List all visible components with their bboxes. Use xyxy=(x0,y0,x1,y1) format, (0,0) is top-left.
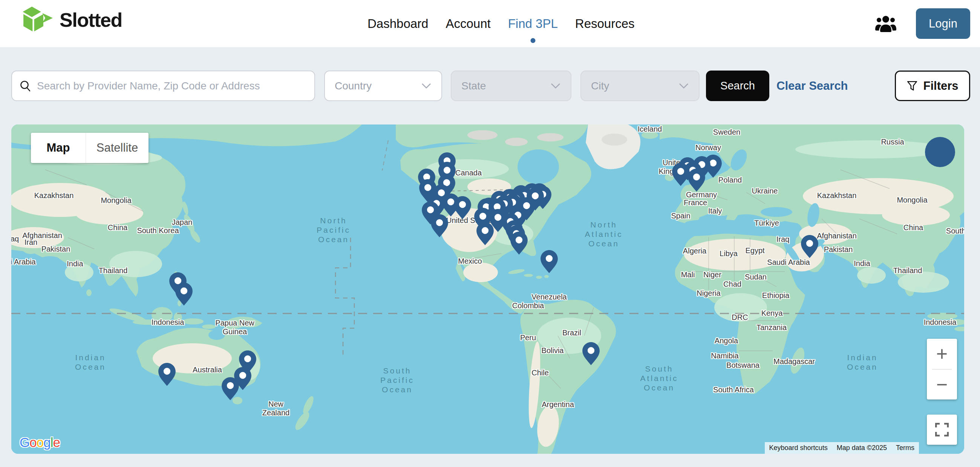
map-type-control: Map Satellite xyxy=(31,133,148,163)
map-attribution: Keyboard shortcuts Map data ©2025 Terms xyxy=(765,442,919,454)
chevron-down-icon xyxy=(421,83,431,89)
nav-find-3pl[interactable]: Find 3PL xyxy=(508,17,558,31)
map-pin[interactable] xyxy=(476,222,494,245)
map-pin[interactable] xyxy=(582,342,600,365)
map-pin[interactable] xyxy=(511,232,528,255)
google-logo-letter: o xyxy=(29,435,36,449)
map-pin[interactable] xyxy=(672,163,689,186)
city-select-value: City xyxy=(591,80,609,92)
filter-funnel-icon xyxy=(907,80,918,92)
google-logo-letter: g xyxy=(43,435,50,449)
map-pin[interactable] xyxy=(541,250,558,273)
brand-logo-icon xyxy=(19,4,53,36)
keyboard-shortcuts-link[interactable]: Keyboard shortcuts xyxy=(765,442,832,454)
terms-link[interactable]: Terms xyxy=(891,442,919,454)
brand[interactable]: Slotted xyxy=(19,4,122,36)
google-logo[interactable]: Google xyxy=(20,435,60,450)
state-select[interactable]: State xyxy=(451,70,571,101)
chevron-down-icon xyxy=(678,83,689,89)
world-map-graphic xyxy=(11,124,964,454)
map-data-label: Map data ©2025 xyxy=(832,442,891,454)
satellite-view-button[interactable]: Satellite xyxy=(86,133,148,163)
map-view-button[interactable]: Map xyxy=(31,133,86,163)
zoom-out-button[interactable]: − xyxy=(927,370,957,400)
search-box xyxy=(11,70,315,101)
map-pin[interactable] xyxy=(688,169,705,191)
map-pin[interactable] xyxy=(431,214,448,237)
map-pin[interactable] xyxy=(222,377,239,400)
map-pin[interactable] xyxy=(175,282,192,306)
nav-find-3pl-label: Find 3PL xyxy=(508,17,558,30)
search-row: Country State City Search Clear Search F… xyxy=(0,70,980,101)
login-button[interactable]: Login xyxy=(916,8,970,39)
fullscreen-icon xyxy=(935,423,949,437)
fullscreen-button[interactable] xyxy=(927,414,957,445)
nav-account[interactable]: Account xyxy=(445,17,490,31)
people-icon[interactable] xyxy=(875,14,896,33)
brand-name: Slotted xyxy=(60,9,122,31)
search-icon xyxy=(20,80,32,92)
clear-search-link[interactable]: Clear Search xyxy=(776,70,848,101)
map-pin[interactable] xyxy=(158,363,176,386)
country-select[interactable]: Country xyxy=(324,70,442,101)
search-input[interactable] xyxy=(37,80,307,92)
map-pin[interactable] xyxy=(801,235,818,258)
header: Slotted Dashboard Account Find 3PL Resou… xyxy=(0,0,980,47)
filters-button-label: Filters xyxy=(923,79,958,93)
nav-dashboard[interactable]: Dashboard xyxy=(368,17,428,31)
cluster-marker[interactable] xyxy=(925,137,955,167)
active-tab-dot-icon xyxy=(530,38,535,43)
google-logo-letter: G xyxy=(20,435,29,449)
google-logo-letter: e xyxy=(53,435,60,449)
main-nav: Dashboard Account Find 3PL Resources xyxy=(368,0,635,47)
nav-resources[interactable]: Resources xyxy=(575,17,635,31)
map-pin[interactable] xyxy=(454,196,471,219)
search-button[interactable]: Search xyxy=(706,70,769,101)
filters-button[interactable]: Filters xyxy=(895,70,970,101)
zoom-in-button[interactable]: + xyxy=(927,339,957,369)
chevron-down-icon xyxy=(550,83,561,89)
city-select[interactable]: City xyxy=(581,70,700,101)
country-select-value: Country xyxy=(335,80,372,92)
google-logo-letter: o xyxy=(37,435,43,449)
map-canvas[interactable]: IcelandSwedenNorwayRussiaUnited KingdomP… xyxy=(11,124,964,454)
state-select-value: State xyxy=(461,80,486,92)
header-right: Login xyxy=(875,0,970,47)
zoom-control: + − xyxy=(927,339,957,400)
